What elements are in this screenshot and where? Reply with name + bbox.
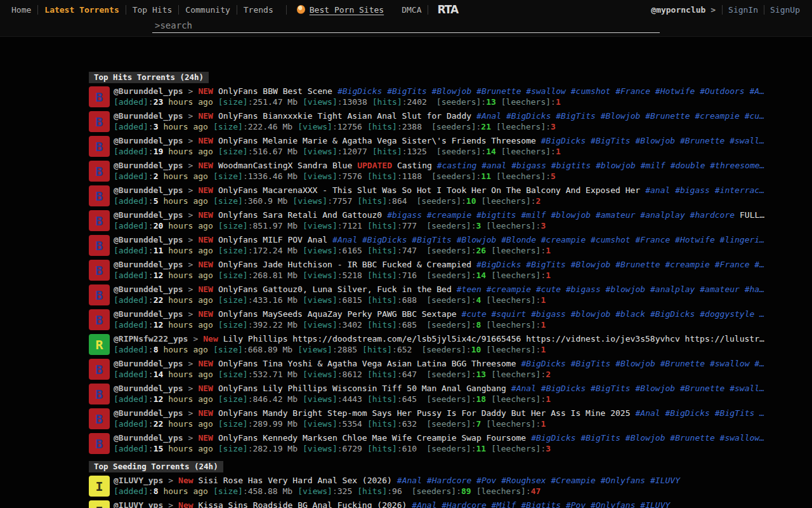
torrent-tags[interactable]: #BigDicks #BigTits #Blowjob #Brunette #s…	[521, 359, 765, 368]
dmca-link[interactable]: DMCA	[402, 5, 421, 15]
uploader-avatar[interactable]: B	[89, 433, 110, 454]
torrent-tags[interactable]: #anal #bigass #interrac…	[645, 185, 764, 195]
torrent-title[interactable]: OnlyFans BBW Best Scene	[218, 86, 332, 96]
colon: :	[397, 320, 402, 330]
torrent-lines: @Burunddel_yps>NEWOnlyFans Jade Hutchiso…	[114, 260, 812, 281]
nav-item-trends[interactable]: Trends	[237, 5, 280, 15]
size-value: 433.16 Mb	[253, 295, 298, 305]
uploader-avatar[interactable]: R	[89, 334, 110, 355]
torrent-tags[interactable]: #Anal #Hardcore #Pov #Roughsex #Creampie…	[397, 476, 680, 485]
rta-logo[interactable]: RTA	[437, 3, 458, 17]
torrent-tags[interactable]: #Anal #Hardcore #Milf #Bigtits #Pov #Onl…	[412, 500, 670, 508]
hits-value: 2388	[402, 122, 422, 131]
uploader-avatar[interactable]: B	[89, 210, 110, 231]
uploader-name[interactable]: @Burunddel_yps	[114, 136, 183, 145]
uploader-name[interactable]: @Burunddel_yps	[114, 86, 183, 96]
torrent-tags[interactable]: #Anal #BigDicks #BigTits #Blowjob #Brune…	[511, 384, 764, 393]
uploader-name[interactable]: @Burunddel_yps	[114, 260, 183, 269]
added-label: [added]	[114, 444, 148, 453]
uploader-name[interactable]: @Burunddel_yps	[114, 111, 183, 121]
views-value: 12756	[337, 122, 362, 131]
colon: :	[148, 345, 154, 354]
nav-item-latest-torrents[interactable]: Latest Torrents	[38, 5, 125, 15]
torrent-tags[interactable]: #Anal #BigDicks #BigTits #Blowjob #Blond…	[332, 235, 764, 244]
uploader-avatar[interactable]: B	[89, 235, 110, 256]
uploader-avatar[interactable]: I	[89, 500, 110, 508]
torrent-title[interactable]: Casting	[397, 161, 432, 170]
torrent-title[interactable]: WoodmanCastingX Sandra Blue	[218, 161, 352, 170]
colon: :	[337, 221, 343, 231]
uploader-avatar[interactable]: B	[89, 86, 110, 107]
torrent-title[interactable]: Sisi Rose Has Very Hard Anal Sex (2026)	[199, 476, 392, 485]
colon: :	[387, 196, 392, 206]
uploader-name[interactable]: @Burunddel_yps	[114, 235, 183, 244]
uploader-name[interactable]: @Burunddel_yps	[114, 210, 183, 220]
torrent-title[interactable]: OnlyFans Jade Hutchison - IR BBC Fucked …	[218, 260, 471, 269]
torrent-title[interactable]: Onlyfans Sara Retali And Gattouz0	[218, 210, 382, 220]
torrent-title[interactable]: OnlyFans Tina Yoshi & Agatha Vega Asian …	[218, 359, 516, 368]
torrent-tags[interactable]: #bigass #creampie #bigtits #milf #blowjo…	[387, 210, 735, 220]
uploader-name[interactable]: @Burunddel_yps	[114, 433, 183, 443]
torrent-title[interactable]: OnlyFans Mandy Bright Step-mom Says Her …	[218, 408, 631, 418]
size-value: 289.99 Mb	[253, 419, 298, 429]
best-porn-sites-link[interactable]: Best Porn Sites	[297, 5, 384, 15]
uploader-avatar[interactable]: B	[89, 384, 110, 404]
uploader-avatar[interactable]: B	[89, 185, 110, 206]
signin-link[interactable]: SignIn	[723, 5, 764, 15]
nav-item-home[interactable]: Home	[5, 5, 37, 15]
torrent-title[interactable]: Onlyfans MILF POV Anal	[218, 235, 327, 244]
added-value: 15	[154, 444, 164, 453]
torrent-title[interactable]: OnlyFans Melanie Marie & Agatha Vega Sis…	[218, 136, 536, 145]
added-value: 12	[154, 394, 164, 404]
uploader-name[interactable]: @ILUVY_yps	[114, 476, 163, 485]
torrent-title[interactable]: OnlyFans Lily Phillips Wisconsin Tiff 50…	[218, 384, 506, 393]
uploader-name[interactable]: @Burunddel_yps	[114, 161, 183, 170]
uploader-avatar[interactable]: B	[89, 408, 110, 429]
torrent-tags[interactable]: #Anal #BigDicks #BigTits …	[636, 408, 765, 418]
uploader-avatar[interactable]: B	[89, 136, 110, 157]
torrent-title[interactable]: OnlyFans Kennedy Marksen Chloe Mae Wife …	[218, 433, 526, 443]
torrent-tags[interactable]: #BigDicks #BigTits #Blowjob #Brunette #s…	[531, 433, 764, 443]
uploader-name[interactable]: @RIPNsfw222_yps	[114, 334, 188, 344]
torrent-title[interactable]: OnlyFans MacarenaXXX - This Slut Was So …	[218, 185, 640, 195]
torrent-tags[interactable]: #teen #creampie #cute #bigass #blowjob #…	[457, 284, 764, 294]
signup-link[interactable]: SignUp	[764, 5, 806, 15]
arrow-separator: >	[188, 408, 193, 418]
torrent-title[interactable]: Onlyfans MaySeeds AquaZay Perky PAWG BBC…	[218, 309, 457, 319]
colon: :	[337, 246, 343, 255]
seeders-label: [seeders]	[426, 320, 471, 330]
torrent-tags[interactable]: #casting #anal #bigass #bigtits #blowjob…	[437, 161, 765, 170]
uploader-avatar[interactable]: B	[89, 161, 110, 182]
leechers-label: [leechers]	[486, 345, 535, 354]
torrent-title[interactable]: OnlyFans Bianxxxkie Tight Asian Anal Slu…	[218, 111, 471, 121]
torrent-title[interactable]: Lily Phillips https://doodstream.com/e/l…	[223, 334, 764, 344]
uploader-avatar[interactable]: B	[89, 111, 110, 132]
uploader-avatar[interactable]: I	[89, 476, 110, 497]
torrent-title[interactable]: Kissa Sins Roadside BG Anal Fucking (202…	[199, 500, 407, 508]
nav-item-top-hits[interactable]: Top Hits	[126, 5, 179, 15]
torrent-title[interactable]: OnlyFans Gattouz0, Luna Silver, Fuck in …	[218, 284, 452, 294]
uploader-avatar[interactable]: B	[89, 284, 110, 305]
arrow-separator: >	[188, 359, 193, 368]
torrent-tags[interactable]: #Anal #BigDicks #BigTits #Blowjob #Brune…	[476, 111, 764, 121]
uploader-name[interactable]: @Burunddel_yps	[114, 284, 183, 294]
arrow-separator: >	[188, 136, 193, 145]
torrent-tags[interactable]: #BigDicks #BigTits #Blowjob #Brunette #c…	[476, 260, 764, 269]
search-input[interactable]	[152, 19, 660, 32]
hits-label: [hits]	[357, 486, 387, 496]
uploader-name[interactable]: @Burunddel_yps	[114, 408, 183, 418]
torrent-tags[interactable]: #BigDicks #BigTits #Blowjob #Brunette #s…	[337, 86, 764, 96]
uploader-avatar[interactable]: B	[89, 359, 110, 380]
account-menu[interactable]: @mypornclub >	[645, 5, 722, 15]
uploader-avatar[interactable]: B	[89, 309, 110, 330]
uploader-name[interactable]: @Burunddel_yps	[114, 384, 183, 393]
uploader-name[interactable]: @Burunddel_yps	[114, 185, 183, 195]
torrent-tags[interactable]: #cute #squirt #bigass #blowjob #black #B…	[462, 309, 764, 319]
leechers-label: [leechers]	[486, 295, 535, 305]
nav-item-community[interactable]: Community	[179, 5, 236, 15]
torrent-tags[interactable]: #BigDicks #BigTits #Blowjob #Brunette #s…	[541, 136, 764, 145]
uploader-name[interactable]: @Burunddel_yps	[114, 359, 183, 368]
uploader-name[interactable]: @ILUVY_yps	[114, 500, 163, 508]
uploader-name[interactable]: @Burunddel_yps	[114, 309, 183, 319]
uploader-avatar[interactable]: B	[89, 260, 110, 281]
